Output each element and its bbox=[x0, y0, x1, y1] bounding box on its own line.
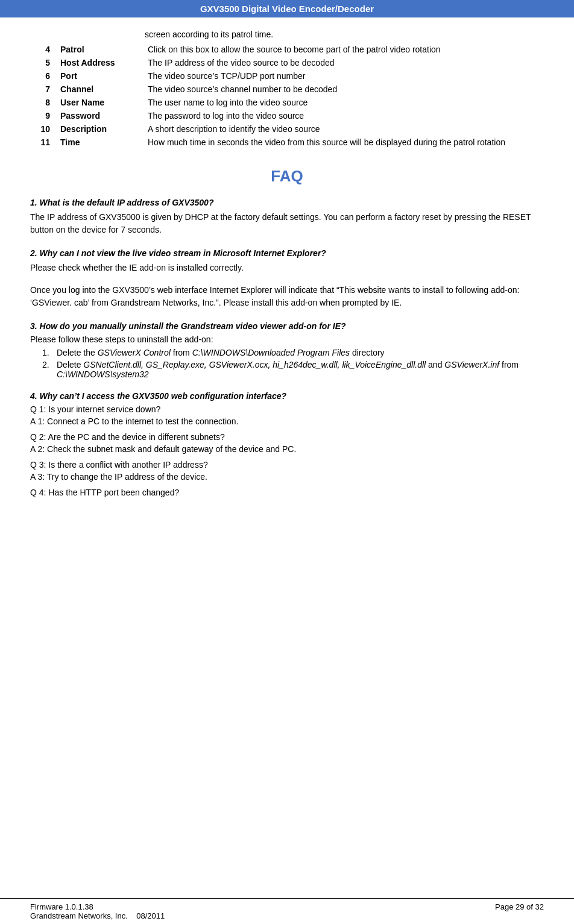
main-content: screen according to its patrol time. 4Pa… bbox=[0, 17, 574, 898]
faq-item: 2. Why can I not view the live video str… bbox=[30, 248, 544, 309]
footer-firmware: Firmware 1.0.1.38 bbox=[30, 902, 165, 911]
faq-answer: The IP address of GXV35000 is given by D… bbox=[30, 211, 544, 236]
table-row: 10DescriptionA short description to iden… bbox=[30, 122, 544, 136]
items-table: 4PatrolClick on this box to allow the so… bbox=[30, 43, 544, 149]
faq-section: FAQ 1. What is the default IP address of… bbox=[30, 167, 544, 497]
faq-question: 2. Why can I not view the live video str… bbox=[30, 248, 544, 258]
list-item-content: Delete GSNetClient.dll, GS_Replay.exe, G… bbox=[57, 360, 544, 379]
table-row: 7ChannelThe video source’s channel numbe… bbox=[30, 83, 544, 96]
footer-left: Firmware 1.0.1.38 Grandstream Networks, … bbox=[30, 902, 165, 920]
item-label: Channel bbox=[57, 83, 145, 96]
faq-item: 4. Why can’t I access the GXV3500 web co… bbox=[30, 391, 544, 497]
footer-date: 08/2011 bbox=[136, 911, 165, 920]
faq-answer: Please check whether the IE add-on is in… bbox=[30, 262, 544, 274]
page-header: GXV3500 Digital Video Encoder/Decoder bbox=[0, 0, 574, 17]
faq-item: 1. What is the default IP address of GXV… bbox=[30, 198, 544, 236]
faq-sub-question: Q 2: Are the PC and the device in differ… bbox=[30, 432, 544, 442]
table-row: 8User NameThe user name to log into the … bbox=[30, 96, 544, 109]
faq-question: 3. How do you manually uninstall the Gra… bbox=[30, 321, 544, 331]
page-wrapper: GXV3500 Digital Video Encoder/Decoder sc… bbox=[0, 0, 574, 924]
table-row: 9PasswordThe password to log into the vi… bbox=[30, 109, 544, 122]
item-number: 9 bbox=[30, 109, 57, 122]
item-label: Patrol bbox=[57, 43, 145, 56]
faq-sub-question: Q 1: Is your internet service down? bbox=[30, 404, 544, 414]
item-number: 8 bbox=[30, 96, 57, 109]
table-row: 11TimeHow much time in seconds the video… bbox=[30, 136, 544, 149]
item-number: 4 bbox=[30, 43, 57, 56]
item-description: How much time in seconds the video from … bbox=[145, 136, 544, 149]
item-number: 6 bbox=[30, 69, 57, 83]
faq-list: 1.Delete the GSViewerX Control from C:\W… bbox=[42, 348, 544, 379]
item-description: Click on this box to allow the source to… bbox=[145, 43, 544, 56]
intro-line: screen according to its patrol time. bbox=[145, 30, 544, 39]
list-item: 2.Delete GSNetClient.dll, GS_Replay.exe,… bbox=[42, 360, 544, 379]
faq-intro: Please follow these steps to uninstall t… bbox=[30, 335, 544, 344]
item-number: 5 bbox=[30, 56, 57, 69]
faq-sub-question: Q 4: Has the HTTP port been changed? bbox=[30, 488, 544, 497]
item-description: A short description to identify the vide… bbox=[145, 122, 544, 136]
item-number: 11 bbox=[30, 136, 57, 149]
faq-title: FAQ bbox=[30, 167, 544, 186]
faq-question: 1. What is the default IP address of GXV… bbox=[30, 198, 544, 207]
item-label: User Name bbox=[57, 96, 145, 109]
footer-company-date: Grandstream Networks, Inc. 08/2011 bbox=[30, 911, 165, 920]
table-row: 5Host AddressThe IP address of the video… bbox=[30, 56, 544, 69]
item-description: The user name to log into the video sour… bbox=[145, 96, 544, 109]
item-label: Password bbox=[57, 109, 145, 122]
faq-sub-answer: A 3: Try to change the IP address of the… bbox=[30, 472, 544, 482]
faq-sub-question: Q 3: Is there a conflict with another IP… bbox=[30, 460, 544, 470]
footer-company: Grandstream Networks, Inc. bbox=[30, 911, 128, 920]
item-description: The video source’s channel number to be … bbox=[145, 83, 544, 96]
faq-item: 3. How do you manually uninstall the Gra… bbox=[30, 321, 544, 379]
item-label: Host Address bbox=[57, 56, 145, 69]
faq-sub-answer: A 2: Check the subnet mask and default g… bbox=[30, 444, 544, 454]
item-description: The IP address of the video source to be… bbox=[145, 56, 544, 69]
footer-page: Page 29 of 32 bbox=[495, 902, 544, 920]
item-description: The password to log into the video sourc… bbox=[145, 109, 544, 122]
page-footer: Firmware 1.0.1.38 Grandstream Networks, … bbox=[0, 898, 574, 924]
list-item: 1.Delete the GSViewerX Control from C:\W… bbox=[42, 348, 544, 357]
table-row: 4PatrolClick on this box to allow the so… bbox=[30, 43, 544, 56]
faq-question: 4. Why can’t I access the GXV3500 web co… bbox=[30, 391, 544, 401]
faq-sub-answer: A 1: Connect a PC to the internet to tes… bbox=[30, 416, 544, 426]
list-item-content: Delete the GSViewerX Control from C:\WIN… bbox=[57, 348, 385, 357]
item-number: 7 bbox=[30, 83, 57, 96]
item-description: The video source’s TCP/UDP port number bbox=[145, 69, 544, 83]
header-title: GXV3500 Digital Video Encoder/Decoder bbox=[200, 4, 374, 14]
item-label: Time bbox=[57, 136, 145, 149]
item-label: Description bbox=[57, 122, 145, 136]
item-number: 10 bbox=[30, 122, 57, 136]
table-row: 6PortThe video source’s TCP/UDP port num… bbox=[30, 69, 544, 83]
faq-answer: Once you log into the GXV3500’s web inte… bbox=[30, 284, 544, 309]
item-label: Port bbox=[57, 69, 145, 83]
